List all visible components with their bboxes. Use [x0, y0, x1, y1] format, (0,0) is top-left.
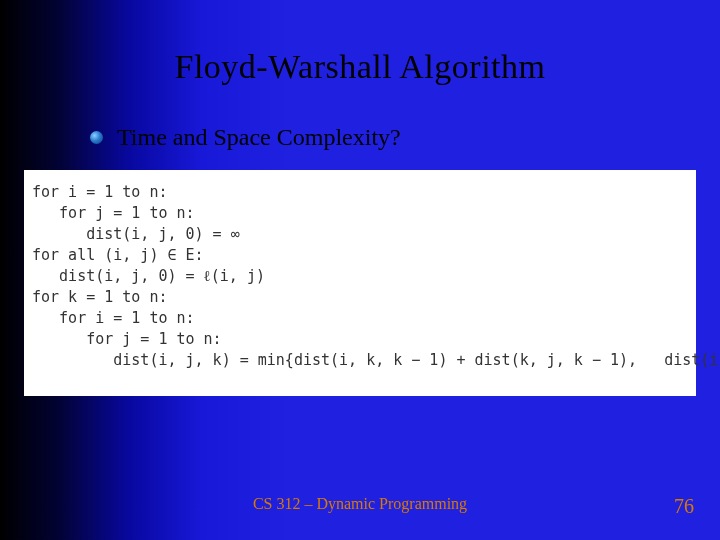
slide-footer: CS 312 – Dynamic Programming 76: [0, 495, 720, 518]
bullet-item: Time and Space Complexity?: [90, 124, 680, 151]
code-line: for all (i, j) ∈ E:: [32, 246, 204, 264]
code-line: for j = 1 to n:: [32, 330, 222, 348]
slide-title: Floyd-Warshall Algorithm: [0, 48, 720, 86]
bullet-icon: [90, 131, 103, 144]
slide: Floyd-Warshall Algorithm Time and Space …: [0, 0, 720, 540]
code-line: for j = 1 to n:: [32, 204, 195, 222]
code-line: for i = 1 to n:: [32, 183, 167, 201]
code-line: dist(i, j, k) = min{dist(i, k, k − 1) + …: [32, 351, 720, 369]
footer-text: CS 312 – Dynamic Programming: [0, 495, 720, 513]
bullet-text: Time and Space Complexity?: [117, 124, 401, 151]
code-line: for k = 1 to n:: [32, 288, 167, 306]
code-line: dist(i, j, 0) = ∞: [32, 225, 240, 243]
code-line: dist(i, j, 0) = ℓ(i, j): [32, 267, 265, 285]
code-line: for i = 1 to n:: [32, 309, 195, 327]
page-number: 76: [674, 495, 694, 518]
algorithm-code: for i = 1 to n: for j = 1 to n: dist(i, …: [24, 170, 696, 396]
